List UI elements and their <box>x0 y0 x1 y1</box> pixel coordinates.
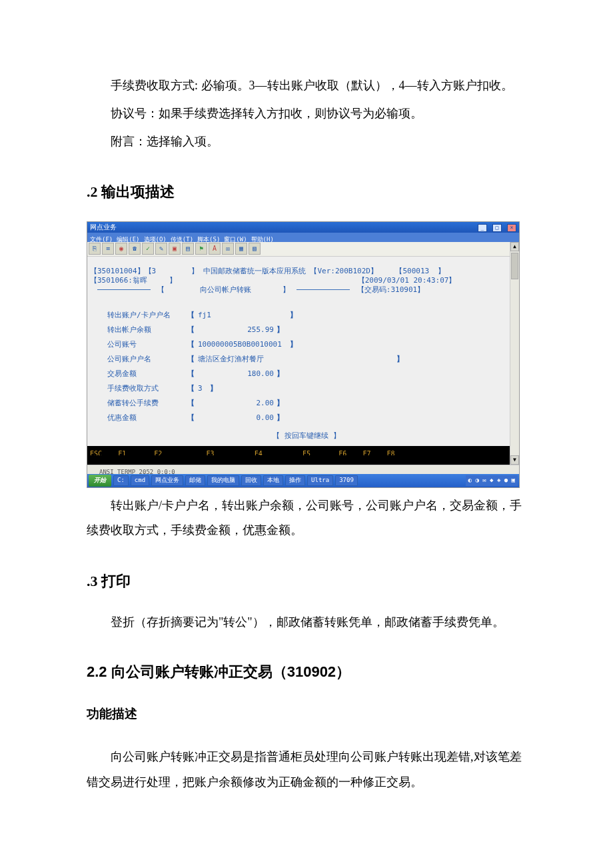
black-strip <box>87 455 519 465</box>
bracket-left: 【 <box>187 307 197 323</box>
field-value: fj1 <box>197 307 290 323</box>
field-row: 转出账户/卡户户名 【 fj1 】 <box>107 308 506 323</box>
terminal-code: 【500013 】 <box>395 267 445 275</box>
bracket-right: 】 <box>210 381 219 396</box>
field-value: 255.99 <box>197 322 277 337</box>
menu-options[interactable]: 选项(O) <box>144 233 167 241</box>
toolbar-icon[interactable]: ≡ <box>102 243 114 255</box>
bracket-left: 【 <box>187 322 197 337</box>
toolbar-icon[interactable]: ▤ <box>182 243 194 255</box>
taskbar-item[interactable]: 本地 <box>263 475 283 486</box>
start-button[interactable]: 开始 <box>89 475 111 487</box>
embedded-screenshot: 网点业务 _ □ × 文件(F) 编辑(E) 选项(O) 传送(T) 脚本(S)… <box>87 221 520 488</box>
bracket-right: 】 <box>396 351 406 367</box>
field-label: 交易金额 <box>107 366 187 381</box>
menu-transfer[interactable]: 传送(T) <box>171 233 193 241</box>
menu-script[interactable]: 脚本(S) <box>197 233 220 241</box>
bracket-left: 【 <box>187 337 197 352</box>
field-row: 储蓄转公手续费 【 2.00 】 <box>107 396 506 411</box>
maximize-icon[interactable]: □ <box>492 224 502 232</box>
field-label: 转出账户/卡户户名 <box>107 307 187 323</box>
continue-prompt: 【 按回车键继续 】 <box>107 428 506 443</box>
menu-help[interactable]: 帮助(H) <box>251 233 274 241</box>
scroll-up-icon[interactable]: ▲ <box>510 242 519 251</box>
trans-code: 【交易码:310901】 <box>357 285 424 294</box>
menu-file[interactable]: 文件(F) <box>90 233 113 241</box>
field-value: 0.00 <box>197 410 277 425</box>
field-row: 公司账号 【 100000005B0B0010001 】 <box>107 337 506 352</box>
bracket-left: 【 <box>187 351 197 367</box>
field-label: 手续费收取方式 <box>107 381 187 396</box>
toolbar-icon[interactable]: ▣ <box>169 243 181 255</box>
field-label: 公司账户户名 <box>107 351 187 367</box>
menu-window[interactable]: 窗口(W) <box>224 233 247 241</box>
paragraph-print-desc: 登折（存折摘要记为"转公"），邮政储蓄转账凭单，邮政储蓄手续费凭单。 <box>87 610 526 635</box>
paragraph-protocol: 协议号：如果手续费选择转入方扣收，则协议号为必输项。 <box>87 101 526 127</box>
terminal-header: 【350101004】【3 】 中国邮政储蓄统一版本应用系统 【Ver:200B… <box>87 257 519 304</box>
taskbar-item[interactable]: 邮储 <box>185 475 205 486</box>
toolbar-icon[interactable]: ☎ <box>129 243 141 255</box>
field-value: 塘沽区金灯渔村餐厅 <box>197 351 396 367</box>
heading-2-2: 2.2 向公司账户转账冲正交易（310902） <box>87 657 526 687</box>
toolbar-icon[interactable]: ✓ <box>142 243 154 255</box>
minimize-icon[interactable]: _ <box>478 224 487 232</box>
paragraph-function-desc: 向公司账户转账冲正交易是指普通柜员处理向公司账户转账出现差错,对该笔差错交易进行… <box>87 745 526 795</box>
bracket: 】 <box>169 276 177 285</box>
toolbar-icon[interactable]: ⚑ <box>195 243 207 255</box>
field-label: 转出帐户余额 <box>107 322 187 337</box>
scroll-thumb[interactable] <box>511 253 518 279</box>
taskbar-item[interactable]: C: <box>113 475 129 486</box>
screen-title: 向公司帐户转账 <box>200 285 251 294</box>
close-icon[interactable]: × <box>507 224 516 232</box>
timestamp: 【2009/03/01 20:43:07】 <box>358 276 456 285</box>
paragraph-fee-method: 手续费收取方式: 必输项。3—转出账户收取（默认），4—转入方账户扣收。 <box>87 73 526 99</box>
system-tray[interactable]: ◐ ◑ ✉ ◆ ◈ ● ▣ <box>466 475 518 486</box>
bracket-right: 】 <box>290 307 299 323</box>
toolbar-icon[interactable]: ✉ <box>222 243 234 255</box>
scrollbar[interactable]: ▲ ▼ <box>510 242 519 465</box>
bracket-right: 】 <box>290 337 299 352</box>
paragraph-output-desc: 转出账户/卡户户名，转出账户余额，公司账号，公司账户户名，交易金额，手续费收取方… <box>87 493 526 544</box>
bracket-right: 】 <box>277 395 286 411</box>
field-row: 转出帐户余额 【 255.99 】 <box>107 323 506 337</box>
toolbar: ⎘ ≡ ◉ ☎ ✓ ✎ ▣ ▤ ⚑ A ✉ ▦ ▧ <box>87 242 519 257</box>
field-row: 公司账户户名 【 塘沽区金灯渔村餐厅 】 <box>107 352 506 367</box>
taskbar-item[interactable]: 3709 <box>335 475 358 486</box>
taskbar-item[interactable]: Ultra <box>307 475 333 486</box>
field-row: 优惠金额 【 0.00 】 <box>107 411 506 425</box>
heading-output-items: .2 输出项描述 <box>87 177 526 207</box>
menu-edit[interactable]: 编辑(E) <box>117 233 139 241</box>
scroll-down-icon[interactable]: ▼ <box>510 455 519 465</box>
field-row: 交易金额 【 180.00 】 <box>107 367 506 381</box>
bracket-left: 【 <box>187 381 197 396</box>
bracket-left: 【 <box>187 366 197 381</box>
system-title: 】 中国邮政储蓄统一版本应用系统 【Ver:200B102D】 <box>191 267 378 275</box>
taskbar-item[interactable]: 我的电脑 <box>207 475 239 486</box>
toolbar-icon[interactable]: ✎ <box>155 243 167 255</box>
field-label: 公司账号 <box>107 337 187 352</box>
bracket-right: 】 <box>277 366 286 381</box>
status-bar: ANSI TERMP 2052 0:0:0 <box>87 465 519 474</box>
field-value: 3 <box>197 381 210 396</box>
bracket-left: 【 <box>187 395 197 411</box>
teller-code: 【3501066:翁晖 <box>90 276 147 285</box>
field-label: 储蓄转公手续费 <box>107 395 187 411</box>
window-titlebar: 网点业务 _ □ × <box>87 222 519 233</box>
toolbar-icon[interactable]: A <box>209 243 221 255</box>
toolbar-icon[interactable]: ◉ <box>115 243 127 255</box>
field-value: 2.00 <box>197 395 277 411</box>
function-key-bar: ESC F1 F2 F3 F4 F5 F6 F7 F8 <box>87 446 519 455</box>
taskbar-item[interactable]: 回收 <box>241 475 261 486</box>
terminal-body: 转出账户/卡户户名 【 fj1 】 转出帐户余额 【 255.99 】 公司账号… <box>87 304 519 446</box>
menubar: 文件(F) 编辑(E) 选项(O) 传送(T) 脚本(S) 窗口(W) 帮助(H… <box>87 233 519 242</box>
toolbar-icon[interactable]: ▦ <box>235 243 247 255</box>
paragraph-postscript: 附言：选择输入项。 <box>87 129 526 155</box>
toolbar-icon[interactable]: ▧ <box>249 243 261 255</box>
field-value: 100000005B0B0010001 <box>197 337 290 352</box>
org-code: 【350101004】【3 <box>90 267 156 275</box>
taskbar-item[interactable]: 网点业务 <box>151 475 183 486</box>
taskbar-item[interactable]: 操作 <box>285 475 305 486</box>
field-row: 手续费收取方式 【 3 】 <box>107 381 506 396</box>
taskbar-item[interactable]: cmd <box>131 475 149 486</box>
toolbar-icon[interactable]: ⎘ <box>89 243 101 255</box>
